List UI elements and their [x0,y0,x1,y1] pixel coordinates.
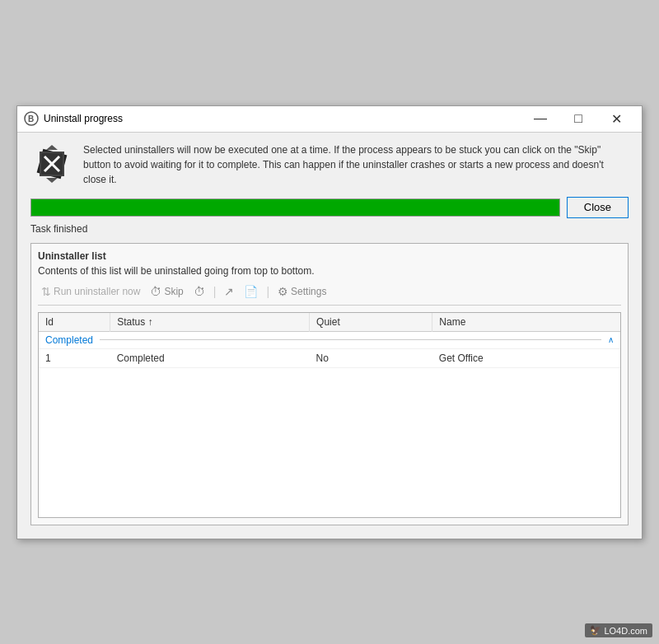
cell-name: Get Office [432,348,620,367]
cell-quiet: No [310,348,432,367]
close-button[interactable]: Close [567,197,629,218]
group-label: Completed [45,334,93,346]
window-title: Uninstall progress [44,113,521,124]
watermark-icon: 🦅 [590,625,601,636]
skip-button[interactable]: ⏱ Skip [147,283,186,300]
col-status[interactable]: Status ↑ [110,313,310,332]
run-uninstaller-button[interactable]: ⇅ Run uninstaller now [38,283,143,300]
group-header-row: Completed ∧ [39,331,620,348]
external-button[interactable]: ↗ [221,283,237,300]
progress-row: Close [30,197,629,218]
col-id[interactable]: Id [39,313,110,332]
table-container: Id Status ↑ Quiet Name [38,312,621,518]
cell-status: Completed [110,348,310,367]
refresh-icon: ⏱ [194,285,205,298]
document-button[interactable]: 📄 [241,283,261,300]
panel-description: Contents of this list will be uninstalle… [38,265,621,277]
table-row[interactable]: 1 Completed No Get Office [39,348,620,367]
table-header-row: Id Status ↑ Quiet Name [39,313,620,332]
run-label: Run uninstaller now [54,286,140,297]
document-icon: 📄 [244,285,258,298]
sort-icon: ↑ [148,316,153,328]
col-quiet[interactable]: Quiet [310,313,432,332]
settings-label: Settings [291,286,326,297]
toolbar-separator-2: | [266,285,269,298]
watermark-text: LO4D.com [604,626,647,636]
svg-text:B: B [28,114,34,124]
svg-marker-7 [46,145,58,150]
skip-label: Skip [164,286,183,297]
maximize-button[interactable]: □ [559,105,597,132]
minimize-button[interactable]: — [521,105,559,132]
app-icon: B [24,111,39,126]
skip-icon: ⏱ [150,285,161,298]
run-icon: ⇅ [41,285,51,298]
title-bar: B Uninstall progress — □ ✕ [17,106,642,133]
panel-title: Uninstaller list [38,250,621,262]
progress-bar-container [30,198,560,217]
settings-icon: ⚙ [278,285,288,298]
task-finished-label: Task finished [30,223,629,235]
external-icon: ↗ [224,285,234,298]
progress-bar-fill [31,199,559,216]
group-header: Completed ∧ [39,332,620,348]
main-window: B Uninstall progress — □ ✕ [16,105,643,539]
app-logo [30,142,73,185]
group-line [100,339,601,340]
refresh-button[interactable]: ⏱ [190,283,208,300]
settings-button[interactable]: ⚙ Settings [274,283,330,300]
header-description: Selected uninstallers will now be execut… [83,142,629,187]
uninstaller-panel: Uninstaller list Contents of this list w… [30,243,629,525]
content-area: Selected uninstallers will now be execut… [17,133,642,539]
svg-marker-8 [46,178,58,183]
uninstaller-table: Id Status ↑ Quiet Name [39,313,620,368]
col-name[interactable]: Name [432,313,620,332]
toolbar-separator-1: | [213,285,217,298]
header-section: Selected uninstallers will now be execut… [30,142,629,187]
chevron-up-icon[interactable]: ∧ [608,335,614,344]
close-window-button[interactable]: ✕ [597,105,635,132]
window-controls: — □ ✕ [521,105,635,132]
watermark: 🦅 LO4D.com [585,623,652,637]
toolbar: ⇅ Run uninstaller now ⏱ Skip ⏱ | ↗ 📄 | [38,283,621,306]
cell-id: 1 [39,348,110,367]
